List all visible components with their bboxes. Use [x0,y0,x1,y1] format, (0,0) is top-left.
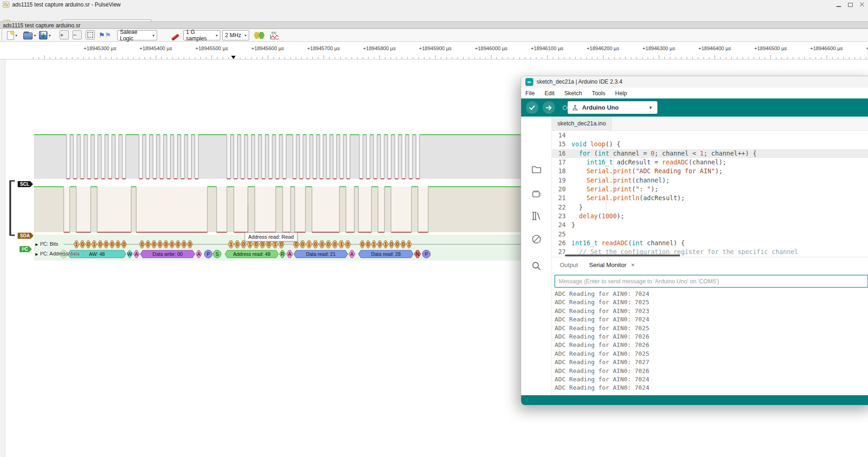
tab-serial-monitor[interactable]: Serial Monitor × [589,261,635,268]
code-line[interactable]: 22 } [552,203,868,212]
sda-wave-segment[interactable] [411,187,418,232]
sda-wave-segment[interactable] [339,187,346,232]
scl-wave-segment[interactable] [119,135,123,179]
sda-wave-segment[interactable] [91,187,97,232]
scl-wave-segment[interactable] [255,135,258,179]
scl-wave-segment[interactable] [150,135,153,179]
scl-wave-segment[interactable] [343,135,346,179]
sda-wave-segment[interactable] [418,187,428,232]
sda-wave-segment[interactable] [358,187,371,232]
scl-wave-segment[interactable] [164,135,167,179]
scl-wave-segment[interactable] [185,135,188,179]
scl-wave-segment[interactable] [359,135,363,179]
scl-wave-segment[interactable] [276,135,279,179]
scl-wave-segment[interactable] [101,135,105,179]
scl-wave-segment[interactable] [77,135,81,179]
scl-wave-segment[interactable] [84,135,88,179]
sda-wave-segment[interactable] [291,187,295,232]
menu-item-help[interactable]: Help [615,90,627,97]
scl-wave-segment[interactable] [416,135,420,179]
menu-item-tools[interactable]: Tools [592,90,605,97]
ide-titlebar[interactable]: ∞ sketch_dec21a | Arduino IDE 2.3.4 [521,76,868,88]
scl-wave-segment[interactable] [419,135,535,179]
serial-monitor-output[interactable]: ADC Reading for AIN0: 7024ADC Reading fo… [555,290,868,395]
sda-wave-segment[interactable] [64,187,70,232]
scl-wave-segment[interactable] [296,135,299,179]
sda-wave-segment[interactable] [354,187,358,232]
scl-wave-segment[interactable] [398,135,402,179]
scl-wave-segment[interactable] [265,135,269,179]
menu-item-sketch[interactable]: Sketch [564,90,582,97]
scl-wave-segment[interactable] [402,135,405,179]
sda-wave-segment[interactable] [391,187,411,232]
serial-message-input[interactable] [555,275,868,287]
scl-wave-segment[interactable] [122,135,126,179]
scl-wave-segment[interactable] [377,135,381,179]
sda-wave-segment[interactable] [276,187,283,232]
scl-wave-segment[interactable] [286,135,293,179]
code-line[interactable]: 23 delay(1000); [552,212,868,221]
scl-wave-segment[interactable] [195,135,199,179]
scl-wave-segment[interactable] [320,135,323,179]
sda-wave-segment[interactable] [217,187,227,232]
editor-tab[interactable]: sketch_dec21a.ino [552,117,612,131]
signal-tag-sda[interactable]: SDA [18,233,33,239]
scl-wave-segment[interactable] [306,135,310,179]
code-line[interactable]: 24} [552,221,868,229]
arduino-ide-window[interactable]: ∞ sketch_dec21a | Arduino IDE 2.3.4 File… [521,76,868,405]
scl-wave-segment[interactable] [157,135,160,179]
sda-wave-segment[interactable] [131,187,136,232]
debug-panel-icon[interactable] [531,234,542,245]
scl-wave-segment[interactable] [333,135,337,179]
scl-wave-segment[interactable] [227,135,231,179]
scl-wave-segment[interactable] [293,135,296,179]
sda-wave-segment[interactable] [227,187,234,232]
scl-wave-segment[interactable] [272,135,276,179]
scl-wave-segment[interactable] [231,135,234,179]
verify-button[interactable] [526,101,538,114]
scl-wave-segment[interactable] [167,135,171,179]
sda-wave-segment[interactable] [378,187,384,232]
scl-wave-segment[interactable] [279,135,283,179]
scl-wave-segment[interactable] [248,135,252,179]
sda-wave-segment[interactable] [283,187,291,232]
sda-wave-segment[interactable] [207,187,217,232]
scl-wave-segment[interactable] [384,135,388,179]
scl-wave-segment[interactable] [153,135,157,179]
scl-wave-segment[interactable] [313,135,316,179]
sda-wave-segment[interactable] [295,187,305,232]
scl-wave-segment[interactable] [363,135,367,179]
upload-button[interactable] [543,101,555,114]
sda-wave-segment[interactable] [312,187,339,232]
scl-wave-segment[interactable] [34,135,66,179]
scl-wave-segment[interactable] [412,135,416,179]
scl-wave-segment[interactable] [146,135,150,179]
scl-wave-segment[interactable] [252,135,255,179]
scl-wave-segment[interactable] [323,135,326,179]
sda-wave-segment[interactable] [384,187,391,232]
sda-wave-segment[interactable] [371,187,378,232]
code-line[interactable]: 17 int16_t adcResult = readADC(channel); [552,158,868,167]
code-line[interactable]: 26int16_t readADC(int channel) { [552,239,868,248]
scl-wave-segment[interactable] [373,135,377,179]
scl-wave-segment[interactable] [317,135,320,179]
scl-wave-segment[interactable] [87,135,91,179]
scl-wave-segment[interactable] [347,135,350,179]
sda-wave-segment[interactable] [97,187,131,232]
scl-wave-segment[interactable] [108,135,112,179]
sda-wave-segment[interactable] [76,187,91,232]
sketchbook-folder-icon[interactable] [531,164,542,175]
scl-wave-segment[interactable] [174,135,178,179]
search-icon[interactable] [531,261,542,272]
scl-wave-segment[interactable] [91,135,95,179]
board-select-dropdown[interactable]: Arduino Uno ▼ [568,101,657,114]
scl-wave-segment[interactable] [337,135,340,179]
code-line[interactable]: 18 Serial.print("ADC Reading for AIN"); [552,167,868,176]
scl-wave-segment[interactable] [105,135,109,179]
trace-group-bracket[interactable] [9,180,15,236]
scl-wave-segment[interactable] [330,135,333,179]
library-manager-icon[interactable] [531,210,542,222]
scl-wave-segment[interactable] [340,135,343,179]
sda-wave-segment[interactable] [234,187,248,232]
scl-wave-segment[interactable] [234,135,238,179]
